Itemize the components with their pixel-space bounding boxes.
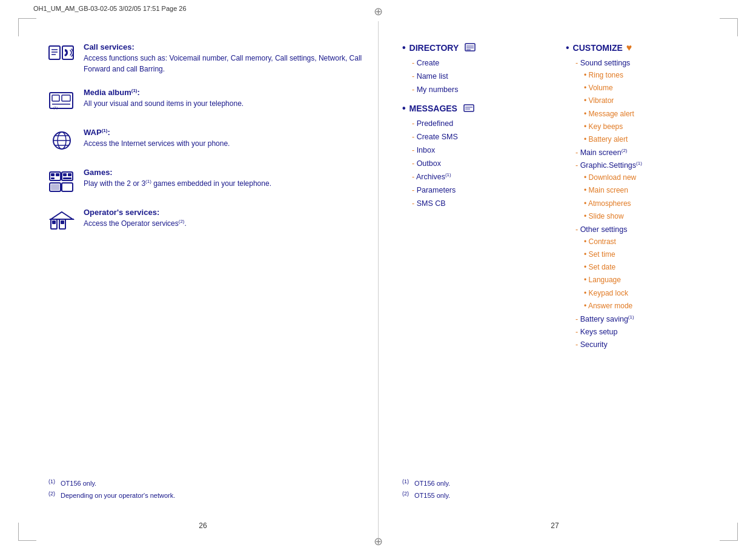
msg-item-predefined: Predefined (402, 117, 548, 130)
games-icon-svg (48, 170, 75, 193)
svg-rect-24 (51, 184, 59, 190)
service-wap: WAP(1): Access the Internet services wit… (48, 128, 363, 154)
svg-rect-8 (62, 95, 70, 101)
media-icon-svg: (1) (48, 91, 75, 111)
call-services-title: Call services: (84, 42, 363, 51)
messages-section: • MESSAGES Predefined Create (402, 103, 548, 210)
operator-text: Operator's services: Access the Operator… (84, 208, 363, 229)
media-album-icon: (1) (48, 88, 75, 114)
svg-rect-16 (51, 173, 55, 176)
set-time-item: Set time (566, 249, 714, 260)
left-page-number: 26 (199, 521, 207, 530)
sound-settings-item: - Sound settings (566, 57, 714, 69)
vibrator-item: Vibrator (566, 95, 714, 107)
msg-item-parameters: Parameters (402, 184, 548, 196)
battery-saving-item: - Battery saving(1) (566, 313, 714, 325)
messages-title: MESSAGES (409, 104, 457, 113)
messages-header: • MESSAGES (402, 103, 548, 114)
svg-rect-28 (52, 220, 56, 224)
call-services-icon (48, 42, 75, 69)
service-games: Games: Play with the 2 or 3(1) games emb… (48, 168, 363, 194)
operator-icon (48, 208, 75, 234)
customize-heart-icon: ♥ (626, 42, 632, 53)
games-icon (48, 168, 75, 194)
dir-item-my-numbers: My numbers (402, 84, 548, 96)
directory-icon (465, 43, 476, 53)
svg-rect-29 (61, 220, 64, 224)
msg-item-create-sms: Create SMS (402, 131, 548, 143)
wap-icon (48, 128, 75, 154)
download-new-item: Download new (566, 172, 714, 184)
svg-rect-21 (68, 173, 71, 176)
directory-section: • DIRECTORY Create (402, 42, 548, 96)
atmospheres-item: Atmospheres (566, 198, 714, 210)
other-settings-item: - Other settings (566, 223, 714, 236)
svg-rect-20 (63, 173, 67, 176)
language-item: Language (566, 274, 714, 286)
games-title: Games: (84, 168, 363, 177)
wap-icon-svg (48, 130, 75, 153)
svg-rect-6 (52, 95, 59, 101)
right-page-content: • DIRECTORY Create (384, 24, 726, 376)
svg-text:(1): (1) (53, 106, 58, 110)
customize-section: • CUSTOMIZE ♥ - Sound settings Ring tone… (566, 42, 714, 351)
svg-rect-36 (464, 105, 474, 111)
svg-rect-25 (62, 183, 73, 191)
messages-icon (463, 104, 474, 114)
wap-desc: Access the Internet services with your p… (84, 138, 363, 149)
msg-item-sms-cb: SMS CB (402, 197, 548, 210)
right-footnote-2: (2) OT155 only. (402, 489, 450, 501)
media-album-desc: All your visual and sound items in your … (84, 98, 363, 109)
directory-header: • DIRECTORY (402, 42, 548, 53)
right-columns: • DIRECTORY Create (402, 42, 714, 358)
keypad-lock-item: Keypad lock (566, 288, 714, 299)
call-services-desc: Access functions such as: Voicemail numb… (84, 53, 363, 74)
svg-rect-18 (51, 177, 55, 179)
call-services-text: Call services: Access functions such as:… (84, 42, 363, 74)
page-container: ⊕ ⊕ OH1_UM_AM_GB-03-02-05 3/02/05 17:51 … (0, 0, 756, 559)
media-album-text: Media album(1): All your visual and soun… (84, 88, 363, 109)
left-footnote-2: (2) Depending on your operator's network… (48, 489, 175, 501)
msg-item-archives: Archives(1) (402, 171, 548, 183)
games-text: Games: Play with the 2 or 3(1) games emb… (84, 168, 363, 189)
message-alert-item: Message alert (566, 108, 714, 120)
svg-rect-17 (56, 173, 59, 176)
operator-icon-svg (48, 211, 75, 231)
customize-title: CUSTOMIZE (573, 43, 623, 53)
svg-marker-31 (51, 212, 73, 219)
slide-show-item: Slide show (566, 211, 714, 222)
dir-item-name-list: Name list (402, 70, 548, 82)
contrast-item: Contrast (566, 236, 714, 248)
service-operator: Operator's services: Access the Operator… (48, 208, 363, 234)
header-bar: OH1_UM_AM_GB-03-02-05 3/02/05 17:51 Page… (33, 5, 723, 12)
directory-messages-column: • DIRECTORY Create (402, 42, 548, 358)
dir-item-create: Create (402, 57, 548, 69)
customize-header: • CUSTOMIZE ♥ (566, 42, 714, 53)
keys-setup-item: - Keys setup (566, 326, 714, 338)
set-date-item: Set date (566, 262, 714, 273)
main-screen-graphic-item: Main screen (566, 185, 714, 196)
wap-title: WAP(1): (84, 128, 363, 137)
answer-mode-item: Answer mode (566, 300, 714, 312)
service-media-album: (1) Media album(1): All your visual and … (48, 88, 363, 114)
left-page: Call services: Access functions such as:… (30, 24, 376, 535)
left-footnotes: (1) OT156 only. (2) Depending on your op… (48, 477, 175, 502)
service-call-services: Call services: Access functions such as:… (48, 42, 363, 74)
msg-item-inbox: Inbox (402, 144, 548, 156)
graphic-settings-item: - Graphic.Settings(1) (566, 159, 714, 171)
directory-title: DIRECTORY (409, 43, 459, 53)
left-footnote-1: (1) OT156 only. (48, 477, 175, 489)
volume-item: Volume (566, 82, 714, 94)
operator-desc: Access the Operator services(2). (84, 218, 363, 229)
center-divider (378, 21, 379, 538)
main-screen-item: - Main screen(2) (566, 147, 714, 159)
media-album-title: Media album(1): (84, 88, 363, 97)
security-item: - Security (566, 339, 714, 351)
msg-item-outbox: Outbox (402, 157, 548, 170)
wap-text: WAP(1): Access the Internet services wit… (84, 128, 363, 149)
battery-alert-item: Battery alert (566, 134, 714, 145)
right-page: • DIRECTORY Create (384, 24, 726, 535)
call-icon-svg (48, 45, 75, 66)
right-page-number: 27 (551, 521, 559, 530)
customize-column: • CUSTOMIZE ♥ - Sound settings Ring tone… (566, 42, 714, 358)
